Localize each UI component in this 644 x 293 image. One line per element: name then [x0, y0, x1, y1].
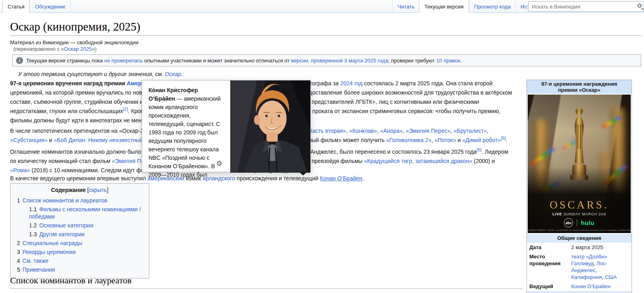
- toc-link[interactable]: Примечания: [23, 266, 55, 273]
- footnote-ref[interactable]: [6]: [477, 147, 481, 152]
- toc-link[interactable]: Рекорды церемонии: [23, 249, 76, 255]
- redirect-note: (перенаправлено с «Оскар 2025»): [13, 46, 97, 52]
- toc-number: 5: [17, 266, 20, 273]
- tab-current-version-label: Текущая версия: [424, 4, 463, 10]
- popup-settings-gear-icon[interactable]: ⚙: [216, 160, 222, 167]
- text-link[interactable]: «Субстанция»: [10, 137, 47, 143]
- text-link[interactable]: Конан О’Брайен: [571, 283, 611, 289]
- search-input[interactable]: [528, 1, 644, 12]
- text-span: .: [362, 175, 364, 182]
- toc-link[interactable]: Основные категории: [39, 222, 93, 229]
- text-span: »): [92, 46, 97, 52]
- text-link[interactable]: «Эмилия Перес»: [406, 128, 450, 134]
- infobox-row-value: Конан О’Брайен: [571, 283, 629, 290]
- infobox-row-value: 2 марта 2025: [571, 244, 629, 251]
- footnote-sup: [5]: [501, 136, 506, 140]
- text-link[interactable]: Конан О’Брайен: [320, 175, 362, 182]
- toc-hide-toggle[interactable]: скрыть: [89, 187, 107, 193]
- toc-number: 1.1: [29, 206, 37, 213]
- text-link[interactable]: не проверялась: [104, 58, 143, 64]
- text-span: ,: [346, 128, 349, 134]
- text-link[interactable]: ирландского: [202, 175, 235, 182]
- paragraph-4: В качестве ведущего церемонии впервые вы…: [10, 174, 514, 183]
- text-link[interactable]: США: [605, 274, 617, 280]
- popup-pointer-caret: [299, 172, 307, 175]
- toc-link[interactable]: Другие категории: [39, 231, 85, 237]
- toc-item: 1.3Другие категории: [14, 230, 145, 239]
- toc-link[interactable]: См. также: [23, 258, 49, 264]
- text-span: У этого термина существуют и другие знач…: [18, 71, 165, 77]
- footnote-ref[interactable]: [5]: [501, 136, 506, 140]
- text-link[interactable]: «Боб Дилан: Никому неизвестный»: [54, 137, 147, 143]
- table-of-contents: Содержание [скрыть] 1Список номинантов и…: [10, 183, 149, 279]
- network-logos: abc hulu: [528, 218, 631, 227]
- infobox: 97-я церемония награждения премии «Оскар…: [526, 80, 632, 293]
- text-link[interactable]: «Бруталист»: [454, 128, 487, 134]
- infobox-section-header: Общие сведения: [527, 234, 632, 243]
- tab-view-source-label: Просмотр кода: [474, 4, 511, 10]
- text-span: происхождения и телеведущий: [235, 175, 320, 182]
- section-heading: Список номинантов и лауреатов: [10, 275, 522, 289]
- toc-link[interactable]: Фильмы с несколькими номинациями / побед…: [29, 206, 141, 220]
- tab-view-source[interactable]: Просмотр кода: [469, 0, 516, 13]
- text-link[interactable]: Оскар 2025: [64, 46, 92, 52]
- poster-fineprint: ACADEMY AWARDS®, OSCAR®, and OSCARS® are…: [528, 229, 631, 231]
- tab-read[interactable]: Читать: [392, 0, 419, 13]
- popup-portrait-image: [230, 80, 310, 173]
- text-link[interactable]: версии, проверенной 3 марта 2025 года: [291, 58, 388, 64]
- tab-talk[interactable]: Обсуждение: [30, 0, 71, 13]
- infobox-row: Дата2 марта 2025: [527, 243, 632, 252]
- pending-changes-banner: i Текущая версия страницы пока не провер…: [12, 54, 641, 66]
- text-link[interactable]: «Головоломка 2»: [386, 137, 431, 143]
- infobox-row-value: театр «Долби» Голливуд, Лос-Анджелес, Ка…: [571, 253, 629, 281]
- text-link[interactable]: «Дикий робот»: [462, 137, 501, 143]
- tab-bar: СтатьяОбсуждение ЧитатьТекущая версияПро…: [0, 0, 644, 13]
- poster-live-line: LIVE SUNDAY MARCH 2nd: [528, 212, 631, 216]
- text-link[interactable]: «Поток»: [434, 137, 456, 143]
- toc-number: 3: [17, 249, 20, 255]
- text-span: В качестве ведущего церемонии впервые вы…: [10, 175, 147, 182]
- text-link[interactable]: театр «Долби»: [571, 254, 607, 260]
- text-link[interactable]: Голливуд: [571, 260, 594, 266]
- page-title: Оскар (кинопремия, 2025): [10, 20, 642, 36]
- live-date: SUNDAY MARCH 2nd: [562, 212, 606, 216]
- text-link[interactable]: 10 правок: [436, 58, 460, 64]
- toc-list: 1Список номинантов и лауреатов1.1Фильмы …: [14, 196, 145, 274]
- text-span: Текущая версия страницы пока: [26, 58, 104, 64]
- text-link[interactable]: «Рома»: [10, 167, 30, 173]
- text-link[interactable]: «Анора»: [380, 128, 402, 134]
- popup-summary: Ко́нан Кри́стофер О’Бра́йен — американск…: [142, 80, 231, 173]
- tab-article[interactable]: Статья: [2, 0, 30, 13]
- infobox-row-label: Дата: [529, 244, 571, 251]
- infobox-title: 97-я церемония награждения премии «Оскар…: [527, 80, 632, 94]
- tab-current-version[interactable]: Текущая версия: [419, 0, 469, 13]
- text-span: — американский комик ирландского происхо…: [149, 95, 221, 178]
- text-link[interactable]: Оскар: [165, 71, 181, 77]
- tab-read-label: Читать: [398, 4, 414, 10]
- text-span: опытными участниками и может значительно…: [143, 58, 291, 64]
- footnote-ref[interactable]: [2]: [123, 107, 128, 111]
- text-link[interactable]: Калифорния: [571, 274, 602, 280]
- info-icon: i: [16, 57, 23, 64]
- search-box: [528, 1, 644, 12]
- text-span: ,: [402, 128, 406, 134]
- text-span: и: [47, 137, 54, 143]
- toc-link[interactable]: Список номинантов и лауреатов: [23, 197, 107, 204]
- text-span: ,: [450, 128, 454, 134]
- toc-item: 3Рекорды церемонии: [14, 248, 145, 256]
- text-link[interactable]: «Конклав»: [349, 128, 377, 134]
- toc-link[interactable]: Специальные награды: [23, 240, 82, 246]
- toc-number: 4: [17, 258, 20, 264]
- text-span: ,: [487, 128, 489, 134]
- text-link[interactable]: «Крадущийся тигр, затаившийся дракон»: [364, 158, 472, 164]
- hulu-logo: hulu: [581, 219, 594, 226]
- hatnote: У этого термина существуют и другие знач…: [18, 71, 183, 77]
- search-icon[interactable]: [638, 4, 642, 8]
- text-span: (2000) и: [472, 158, 495, 164]
- infobox-poster-image[interactable]: OSCARS. LIVE SUNDAY MARCH 2nd abc hulu A…: [528, 95, 631, 233]
- abc-logo: abc: [564, 218, 573, 227]
- text-link[interactable]: 2024 год: [340, 80, 362, 87]
- toc-title: Содержание [скрыть]: [14, 187, 145, 193]
- toc-item: 5Примечания: [14, 265, 145, 274]
- toc-number: 1.2: [29, 222, 37, 229]
